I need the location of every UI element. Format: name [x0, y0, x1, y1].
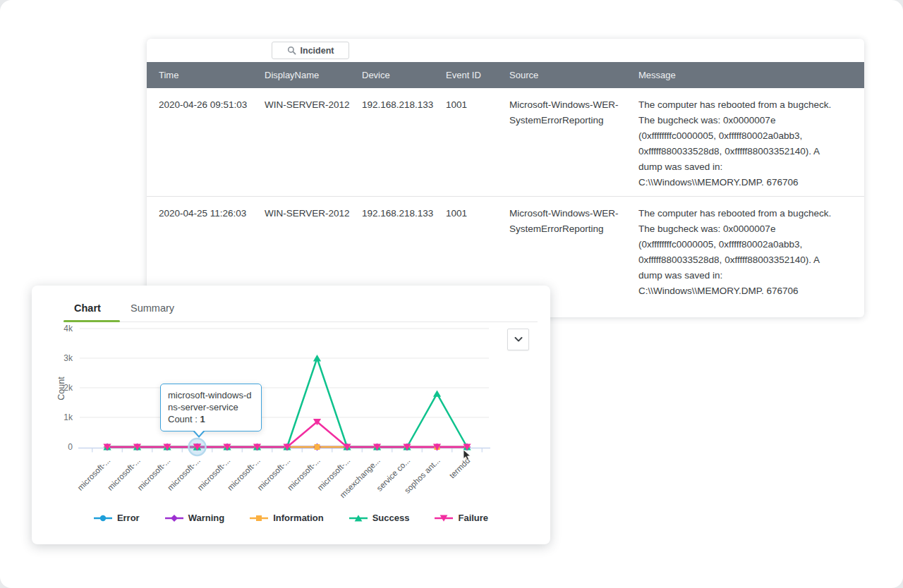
table-row[interactable]: 2020-04-26 09:51:03 WIN-SERVER-2012 192.…	[147, 88, 864, 197]
cell-device: 192.168.218.133	[362, 97, 446, 190]
chart-legend: ErrorWarningInformationSuccessFailure	[32, 513, 550, 523]
y-tick-label: 3k	[63, 353, 73, 363]
events-table-card: Incident Time DisplayName Device Event I…	[147, 39, 864, 317]
tooltip-series-name: microsoft-windows-dns-server-service	[168, 389, 254, 413]
cell-message: The computer has rebooted from a bugchec…	[638, 206, 849, 299]
incident-icon	[287, 46, 296, 55]
legend-marker-square-icon	[250, 514, 268, 522]
column-header-source: Source	[509, 70, 638, 80]
cell-time: 2020-04-26 09:51:03	[159, 97, 265, 190]
legend-marker-diamond-icon	[165, 514, 183, 522]
data-point-success[interactable]	[433, 390, 441, 396]
incident-button-label: Incident	[301, 46, 334, 56]
cell-event-id: 1001	[446, 97, 509, 190]
legend-label: Warning	[188, 513, 225, 523]
tooltip-count-line: Count : 1	[168, 413, 254, 425]
chevron-down-icon	[514, 337, 523, 343]
chart-tooltip: microsoft-windows-dns-server-service Cou…	[160, 384, 262, 431]
column-header-event-id: Event ID	[446, 70, 509, 80]
y-axis-label: Count	[56, 376, 66, 400]
data-point-information[interactable]	[315, 444, 320, 450]
column-header-message: Message	[638, 70, 849, 80]
legend-marker-triangle-down-icon	[435, 514, 453, 522]
legend-label: Information	[273, 513, 324, 523]
legend-item-success[interactable]: Success	[349, 513, 410, 523]
tooltip-count-value: 1	[200, 414, 205, 424]
cell-displayname: WIN-SERVER-2012	[265, 97, 362, 190]
chart-collapse-button[interactable]	[507, 329, 529, 350]
legend-label: Success	[372, 513, 410, 523]
y-tick-label: 0	[68, 442, 73, 452]
y-tick-label: 1k	[63, 412, 73, 422]
tooltip-arrow-fill	[194, 430, 204, 436]
legend-label: Error	[117, 513, 140, 523]
chart-panel: Chart Summary 01k2k3k4kCountmicrosoft-..…	[32, 286, 550, 544]
legend-item-information[interactable]: Information	[250, 513, 324, 523]
table-body: 2020-04-26 09:51:03 WIN-SERVER-2012 192.…	[147, 88, 864, 317]
column-header-time: Time	[159, 70, 265, 80]
legend-marker-circle-icon	[94, 514, 112, 522]
cell-message: The computer has rebooted from a bugchec…	[638, 97, 849, 190]
y-tick-label: 4k	[63, 324, 73, 333]
events-by-source-chart: 01k2k3k4kCountmicrosoft-...microsoft-...…	[32, 286, 550, 544]
legend-marker-triangle-up-icon	[349, 514, 368, 522]
table-header: Time DisplayName Device Event ID Source …	[147, 62, 864, 88]
app-window: Incident Time DisplayName Device Event I…	[0, 0, 903, 588]
column-header-device: Device	[362, 70, 446, 80]
legend-item-failure[interactable]: Failure	[435, 513, 488, 523]
column-header-displayname: DisplayName	[265, 70, 362, 80]
cell-source: Microsoft-Windows-WER-SystemErrorReporti…	[509, 97, 638, 190]
legend-item-error[interactable]: Error	[94, 513, 140, 523]
legend-label: Failure	[458, 513, 488, 523]
tooltip-count-label: Count :	[168, 414, 198, 424]
legend-item-warning[interactable]: Warning	[165, 513, 225, 523]
incident-button[interactable]: Incident	[272, 42, 349, 59]
